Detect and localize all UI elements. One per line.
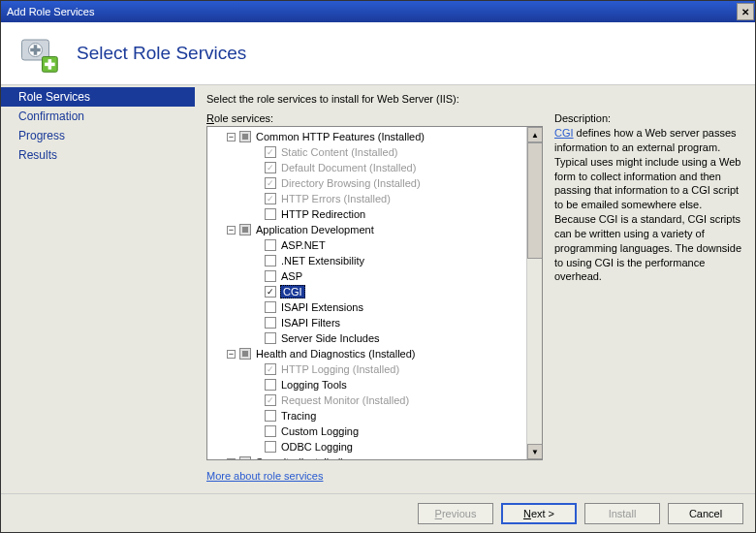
node-checkbox[interactable] — [265, 193, 276, 204]
node-checkbox[interactable] — [265, 208, 276, 220]
tree-node[interactable]: Custom Logging — [211, 423, 526, 439]
expand-toggle[interactable]: − — [227, 226, 236, 235]
node-checkbox[interactable] — [265, 425, 276, 437]
description-text: CGI defines how a Web server passes info… — [554, 126, 743, 284]
node-checkbox[interactable] — [265, 255, 276, 266]
tree-node[interactable]: −Health and Diagnostics (Installed) — [211, 346, 526, 361]
node-label[interactable]: Static Content (Installed) — [280, 146, 398, 158]
node-label[interactable]: Application Development — [255, 224, 375, 235]
tree-node[interactable]: HTTP Logging (Installed) — [211, 361, 526, 377]
tree-node[interactable]: Default Document (Installed) — [211, 160, 526, 175]
node-checkbox[interactable] — [265, 270, 276, 282]
scroll-up-button[interactable]: ▲ — [527, 127, 543, 142]
node-checkbox[interactable] — [265, 332, 276, 344]
scroll-thumb[interactable] — [527, 142, 543, 259]
tree-node[interactable]: ISAPI Filters — [211, 315, 526, 330]
nav-results[interactable]: Results — [1, 145, 195, 165]
node-checkbox[interactable] — [265, 441, 276, 453]
content: Role Services Confirmation Progress Resu… — [1, 85, 755, 493]
expand-toggle[interactable]: − — [227, 350, 236, 359]
node-label[interactable]: Custom Logging — [280, 425, 360, 437]
more-link[interactable]: More about role services — [206, 470, 323, 482]
node-label[interactable]: Server Side Includes — [280, 332, 381, 344]
scroll-down-button[interactable]: ▼ — [527, 444, 543, 459]
node-label[interactable]: CGI — [280, 285, 305, 298]
node-label[interactable]: Logging Tools — [280, 379, 348, 391]
role-services-tree[interactable]: −Common HTTP Features (Installed)Static … — [207, 127, 526, 459]
nav-progress[interactable]: Progress — [1, 126, 195, 145]
sidebar: Role Services Confirmation Progress Resu… — [1, 85, 195, 493]
page-heading: Select Role Services — [77, 43, 246, 64]
description-link[interactable]: CGI — [554, 127, 574, 139]
node-checkbox[interactable] — [239, 224, 251, 235]
node-label[interactable]: HTTP Errors (Installed) — [280, 193, 392, 204]
tree-node[interactable]: ASP.NET — [211, 237, 526, 253]
node-label[interactable]: Request Monitor (Installed) — [280, 394, 410, 406]
tree-container: −Common HTTP Features (Installed)Static … — [206, 126, 543, 460]
node-checkbox[interactable] — [265, 162, 276, 173]
node-checkbox[interactable] — [265, 379, 276, 391]
nav-confirmation[interactable]: Confirmation — [1, 107, 195, 126]
cancel-button[interactable]: Cancel — [668, 503, 743, 524]
node-label[interactable]: Security (Installed) — [255, 456, 345, 459]
tree-node[interactable]: −Application Development — [211, 222, 526, 237]
scrollbar[interactable]: ▲ ▼ — [526, 127, 542, 459]
node-checkbox[interactable] — [265, 317, 276, 329]
tree-node[interactable]: ODBC Logging — [211, 439, 526, 455]
node-checkbox[interactable] — [265, 410, 276, 422]
tree-node[interactable]: Tracing — [211, 408, 526, 423]
titlebar: Add Role Services ✕ — [1, 1, 755, 22]
node-checkbox[interactable] — [239, 131, 251, 142]
node-checkbox[interactable] — [265, 394, 276, 406]
node-checkbox[interactable] — [265, 146, 276, 158]
tree-node[interactable]: Static Content (Installed) — [211, 144, 526, 160]
node-checkbox[interactable] — [265, 363, 276, 375]
previous-button: Previous — [418, 503, 493, 524]
tree-node[interactable]: ISAPI Extensions — [211, 299, 526, 315]
tree-node[interactable]: Logging Tools — [211, 377, 526, 392]
header: Select Role Services — [1, 22, 755, 85]
node-label[interactable]: Health and Diagnostics (Installed) — [255, 348, 416, 360]
main-panel: Select the role services to install for … — [195, 85, 755, 493]
tree-node[interactable]: .NET Extensibility — [211, 253, 526, 268]
node-label[interactable]: HTTP Redirection — [280, 208, 366, 220]
next-button[interactable]: Next > — [501, 503, 577, 524]
tree-node[interactable]: HTTP Errors (Installed) — [211, 191, 526, 206]
window-title: Add Role Services — [7, 6, 95, 17]
node-label[interactable]: Tracing — [280, 410, 317, 422]
tree-node[interactable]: −Security (Installed) — [211, 455, 526, 459]
node-label[interactable]: ASP — [280, 270, 303, 282]
tree-node[interactable]: CGI — [211, 284, 526, 299]
node-label[interactable]: ODBC Logging — [280, 441, 354, 453]
node-checkbox[interactable] — [265, 177, 276, 189]
svg-rect-6 — [45, 63, 55, 67]
node-label[interactable]: ISAPI Filters — [280, 317, 341, 329]
close-button[interactable]: ✕ — [737, 3, 754, 20]
tree-node[interactable]: Server Side Includes — [211, 330, 526, 346]
node-label[interactable]: Directory Browsing (Installed) — [280, 177, 422, 189]
tree-node[interactable]: ASP — [211, 268, 526, 284]
node-label[interactable]: ISAPI Extensions — [280, 301, 364, 313]
node-label[interactable]: .NET Extensibility — [280, 255, 365, 266]
node-checkbox[interactable] — [239, 348, 251, 360]
node-checkbox[interactable] — [265, 239, 276, 251]
nav-role-services[interactable]: Role Services — [1, 87, 195, 107]
node-label[interactable]: ASP.NET — [280, 239, 327, 251]
expand-toggle[interactable]: − — [227, 133, 236, 141]
tree-node[interactable]: Request Monitor (Installed) — [211, 392, 526, 408]
expand-toggle[interactable]: − — [227, 458, 236, 460]
node-label[interactable]: HTTP Logging (Installed) — [280, 363, 400, 375]
node-checkbox[interactable] — [239, 456, 251, 459]
description-label: Description: — [554, 112, 743, 124]
tree-node[interactable]: Directory Browsing (Installed) — [211, 175, 526, 191]
svg-rect-3 — [30, 48, 41, 52]
tree-node[interactable]: HTTP Redirection — [211, 206, 526, 222]
node-label[interactable]: Common HTTP Features (Installed) — [255, 131, 425, 142]
install-button: Install — [584, 503, 660, 524]
node-checkbox[interactable] — [265, 301, 276, 313]
node-label[interactable]: Default Document (Installed) — [280, 162, 417, 173]
footer: Previous Next > Install Cancel — [1, 493, 755, 532]
wizard-window: Add Role Services ✕ Select Role Services… — [0, 0, 756, 533]
tree-node[interactable]: −Common HTTP Features (Installed) — [211, 129, 526, 144]
node-checkbox[interactable] — [265, 286, 276, 298]
